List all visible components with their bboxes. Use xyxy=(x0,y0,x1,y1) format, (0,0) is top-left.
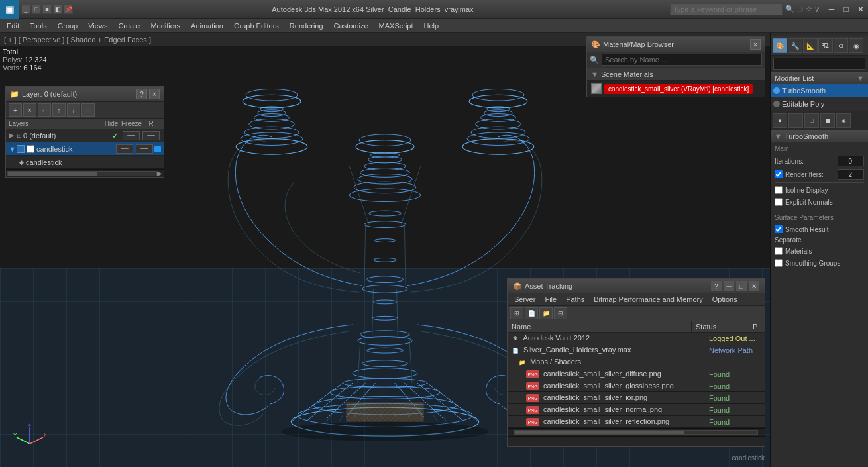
maximize-btn[interactable]: ■ xyxy=(42,5,52,14)
at-minimize-btn[interactable]: ─ xyxy=(724,281,734,291)
layers-scrollbar[interactable]: ▶ xyxy=(6,169,164,177)
menu-rendering[interactable]: Rendering xyxy=(284,19,329,33)
menu-modifiers[interactable]: Modifiers xyxy=(145,19,186,33)
material-browser-close-btn[interactable]: × xyxy=(750,39,761,50)
menu-maxscript[interactable]: MAXScript xyxy=(374,19,419,33)
at-restore-btn[interactable]: □ xyxy=(736,281,747,291)
win-close-btn[interactable]: ✕ xyxy=(853,0,868,19)
ts-explicit-normals-check[interactable] xyxy=(775,198,783,206)
win-min-btn[interactable]: ─ xyxy=(824,0,839,19)
menu-animation[interactable]: Animation xyxy=(186,19,229,33)
modifier-turbosmooth[interactable]: TurboSmooth xyxy=(771,84,868,97)
layer-remove-btn[interactable]: × xyxy=(23,103,36,117)
layer-candlestick-hide-btn[interactable]: ── xyxy=(116,144,133,154)
at-row-vault[interactable]: 🏛 Autodesk Vault 2012 Logged Out ... xyxy=(508,333,765,344)
menu-graph-editors[interactable]: Graph Editors xyxy=(229,19,284,33)
at-row-glossiness[interactable]: PNG candlestick_small_silver_glossiness.… xyxy=(508,380,765,392)
rp-icon-1[interactable]: 🎨 xyxy=(773,38,787,53)
ts-materials-check[interactable] xyxy=(775,247,783,255)
at-help-btn[interactable]: ? xyxy=(711,281,722,291)
at-close-btn[interactable]: ✕ xyxy=(749,281,759,291)
rp-icon-3[interactable]: 📐 xyxy=(803,38,818,53)
modifier-list-dropdown-icon[interactable]: ▼ xyxy=(857,74,864,82)
layer-candlestick-checkbox[interactable] xyxy=(27,145,34,153)
at-row-maps-folder[interactable]: 📁 Maps / Shaders xyxy=(508,356,765,368)
layer-up-btn[interactable]: ↑ xyxy=(52,103,66,117)
at-menu-bitmap[interactable]: Bitmap Performance and Memory xyxy=(590,295,706,304)
layers-help-btn[interactable]: ? xyxy=(136,89,147,99)
at-row-reflection[interactable]: PNG candlestick_small_silver_reflection.… xyxy=(508,416,765,428)
layer-row-default[interactable]: ▶ ⊞ 0 (default) ✓ ── ── xyxy=(6,129,164,142)
layer-down-btn[interactable]: ↓ xyxy=(67,103,80,117)
menu-views[interactable]: Views xyxy=(83,19,113,33)
svg-line-70 xyxy=(433,415,437,421)
rp-icon-4[interactable]: 🏗 xyxy=(818,38,833,53)
help-icon[interactable]: ? xyxy=(815,5,819,13)
at-tool-2[interactable]: 📄 xyxy=(525,307,538,319)
at-menu-paths[interactable]: Paths xyxy=(562,295,588,304)
layer-current-btn[interactable]: ← xyxy=(38,103,51,117)
layer-move-btn[interactable]: ↔ xyxy=(81,103,95,117)
rp-icon-6[interactable]: ◉ xyxy=(849,38,863,53)
ts-surface-label: Surface Parameters xyxy=(775,214,864,221)
material-browser: 🎨 Material/Map Browser × 🔍 ▼ Scene Mater… xyxy=(586,36,765,97)
at-row-ior[interactable]: PNG candlestick_small_silver_ior.png Fou… xyxy=(508,392,765,404)
ts-render-iters-check[interactable] xyxy=(775,170,783,178)
object-name-input[interactable]: candlestick xyxy=(773,58,865,70)
svg-point-55 xyxy=(476,119,521,129)
at-row-file[interactable]: 📄 Silver_Candle_Holders_vray.max Network… xyxy=(508,344,765,356)
menu-tools[interactable]: Tools xyxy=(25,19,52,33)
material-search-input[interactable] xyxy=(602,54,762,66)
bookmark-icon[interactable]: ☆ xyxy=(806,5,812,13)
pin-btn[interactable]: 📌 xyxy=(64,5,73,14)
ts-iterations-input[interactable]: 0 xyxy=(838,156,864,166)
filter-icon[interactable]: ⊞ xyxy=(797,5,803,13)
subobj-edge-btn[interactable]: ─ xyxy=(788,113,803,128)
at-scrollbar[interactable] xyxy=(508,428,765,436)
ts-section-header[interactable]: ▼ TurboSmooth xyxy=(771,130,868,142)
minimize-btn[interactable]: _ xyxy=(21,5,30,14)
ts-smooth-result-check[interactable] xyxy=(775,225,783,233)
layers-scroll-right-btn[interactable]: ▶ xyxy=(157,170,162,177)
ts-smoothing-groups-check[interactable] xyxy=(775,259,783,267)
subobj-border-btn[interactable]: □ xyxy=(804,113,819,128)
search-input[interactable] xyxy=(670,3,783,15)
window-controls[interactable]: ─ □ ✕ xyxy=(824,0,868,19)
at-menu-server[interactable]: Server xyxy=(510,295,539,304)
menu-customize[interactable]: Customize xyxy=(329,19,374,33)
win-restore-btn[interactable]: □ xyxy=(839,0,853,19)
search-icon[interactable]: 🔍 xyxy=(785,5,794,13)
layer-default-hide-btn[interactable]: ── xyxy=(123,131,140,140)
extra-btn[interactable]: ◧ xyxy=(53,5,62,14)
restore-btn[interactable]: □ xyxy=(32,5,41,14)
layer-child-candlestick[interactable]: ◆ candlestick xyxy=(6,156,164,169)
menu-group[interactable]: Group xyxy=(52,19,83,33)
menu-help[interactable]: Help xyxy=(419,19,445,33)
modifier-editable-poly[interactable]: Editable Poly xyxy=(771,97,868,111)
material-section-header[interactable]: ▼ Scene Materials xyxy=(587,68,765,81)
layer-default-freeze-btn[interactable]: ── xyxy=(142,131,160,140)
layer-add-btn[interactable]: + xyxy=(9,103,22,117)
at-row-diffuse[interactable]: PNG candlestick_small_silver_diffuse.png… xyxy=(508,368,765,380)
at-row-normal[interactable]: PNG candlestick_small_silver_normal.png … xyxy=(508,404,765,416)
at-tool-1[interactable]: ⊞ xyxy=(510,307,523,319)
rp-icon-2[interactable]: 🔧 xyxy=(788,38,802,53)
ts-render-iters-input[interactable]: 2 xyxy=(838,169,864,180)
subobj-poly-btn[interactable]: ◼ xyxy=(820,113,835,128)
menu-edit[interactable]: Edit xyxy=(1,19,25,33)
layers-close-btn[interactable]: × xyxy=(149,89,160,99)
ts-isoline-check[interactable] xyxy=(775,186,783,194)
at-menu-file[interactable]: File xyxy=(541,295,561,304)
subobj-element-btn[interactable]: ◈ xyxy=(836,113,851,128)
at-tool-4[interactable]: ⊟ xyxy=(554,307,567,319)
layer-candlestick-freeze-btn[interactable]: ── xyxy=(136,144,153,154)
layer-row-candlestick[interactable]: ▼ candlestick ── ── xyxy=(6,142,164,156)
at-tool-3[interactable]: 📁 xyxy=(539,307,553,319)
at-menu-options[interactable]: Options xyxy=(708,295,741,304)
material-item[interactable]: candlestick_small_silver (VRayMtl) [cand… xyxy=(587,81,765,97)
menu-create[interactable]: Create xyxy=(113,19,145,33)
ts-smooth-result-row: Smooth Result xyxy=(775,223,864,235)
title-buttons[interactable]: _ □ ■ ◧ 📌 xyxy=(19,5,76,14)
subobj-vertex-btn[interactable]: ● xyxy=(773,113,787,128)
rp-icon-5[interactable]: ⚙ xyxy=(834,38,848,53)
